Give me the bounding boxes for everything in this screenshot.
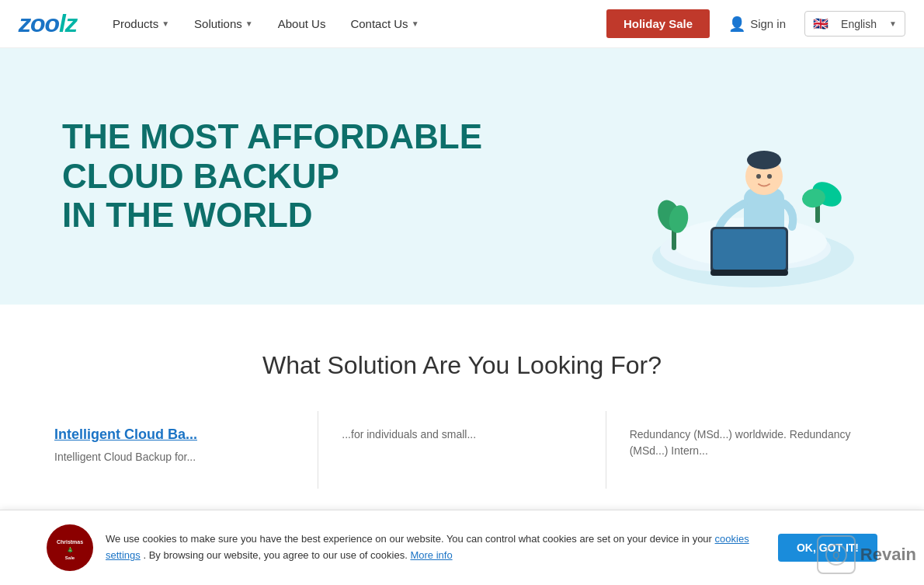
logo-text: zoo	[19, 9, 59, 37]
svg-point-17	[767, 174, 772, 179]
nav-about[interactable]: About Us	[267, 11, 337, 37]
svg-point-16	[756, 174, 761, 179]
cookie-text: We use cookies to make sure you have the…	[106, 531, 766, 564]
solution-col-1: Intelligent Cloud Ba... Intelligent Clou…	[31, 411, 318, 489]
revain-text: Revain	[860, 545, 916, 565]
holiday-sale-label: Holiday Sale	[624, 17, 693, 30]
svg-text:Christmas: Christmas	[57, 539, 83, 545]
solutions-title: What Solution Are You Looking For?	[31, 351, 893, 380]
language-selector[interactable]: 🇬🇧 English ▼	[804, 11, 905, 37]
products-chevron-icon: ▼	[162, 19, 169, 28]
cookie-middle-text: . By browsing our website, you agree to …	[143, 549, 407, 561]
nav-right: Holiday Sale 👤 Sign in 🇬🇧 English ▼	[606, 9, 905, 39]
solutions-chevron-icon: ▼	[245, 19, 253, 28]
lang-label: English	[841, 18, 877, 30]
revain-icon: Q	[817, 535, 856, 574]
nav-links: Products ▼ Solutions ▼ About Us Contact …	[102, 11, 606, 37]
nav-products[interactable]: Products ▼	[102, 11, 180, 37]
nav-solutions[interactable]: Solutions ▼	[183, 11, 264, 37]
more-info-link[interactable]: More info	[410, 549, 452, 561]
cookie-logo: Christmas 🎄 Sale	[47, 524, 93, 571]
nav-contact-label: Contact Us	[350, 17, 408, 30]
logo[interactable]: zoolz	[19, 9, 77, 38]
logo-text-accent: lz	[59, 9, 77, 37]
hero-line3: IN THE WORLD	[62, 196, 482, 235]
svg-rect-14	[713, 229, 786, 270]
hero-line1: THE MOST AFFORDABLE	[62, 117, 482, 157]
solution-col-2: ...for individuals and small...	[318, 411, 606, 489]
hero-section: THE MOST AFFORDABLE CLOUD BACKUP IN THE …	[0, 48, 924, 305]
revain-watermark: Q Revain	[817, 535, 916, 574]
svg-text:Q: Q	[832, 550, 839, 561]
nav-about-label: About Us	[278, 17, 326, 30]
solution-1-desc: Intelligent Cloud Backup for...	[54, 449, 294, 465]
signin-label: Sign in	[750, 17, 786, 30]
nav-products-label: Products	[113, 17, 158, 30]
lang-flag: 🇬🇧	[813, 16, 828, 31]
contact-chevron-icon: ▼	[412, 19, 419, 28]
cookie-banner: Christmas 🎄 Sale We use cookies to make …	[0, 510, 924, 585]
hero-headline: THE MOST AFFORDABLE CLOUD BACKUP IN THE …	[62, 117, 482, 235]
user-icon: 👤	[728, 16, 745, 33]
lang-chevron-icon: ▼	[889, 19, 897, 28]
navbar: zoolz Products ▼ Solutions ▼ About Us Co…	[0, 0, 924, 48]
signin-button[interactable]: 👤 Sign in	[719, 9, 795, 39]
svg-text:🎄: 🎄	[67, 546, 74, 553]
hero-line2: CLOUD BACKUP	[62, 157, 482, 197]
cookie-main-text: We use cookies to make sure you have the…	[106, 533, 712, 545]
svg-rect-15	[710, 270, 788, 276]
hero-text: THE MOST AFFORDABLE CLOUD BACKUP IN THE …	[62, 117, 482, 235]
svg-text:Sale: Sale	[65, 555, 75, 560]
solution-1-title[interactable]: Intelligent Cloud Ba...	[54, 427, 294, 443]
solution-col-3: Redundancy (MSd...) worldwide. Redundanc…	[606, 411, 893, 489]
nav-contact[interactable]: Contact Us ▼	[339, 11, 429, 37]
holiday-sale-button[interactable]: Holiday Sale	[606, 9, 710, 38]
solutions-section: What Solution Are You Looking For? Intel…	[0, 305, 924, 520]
svg-point-12	[747, 151, 781, 169]
hero-illustration	[629, 71, 877, 289]
solution-2-desc: ...for individuals and small...	[342, 427, 582, 443]
solution-3-desc: Redundancy (MSd...) worldwide. Redundanc…	[630, 427, 870, 459]
nav-solutions-label: Solutions	[194, 17, 242, 30]
solutions-grid: Intelligent Cloud Ba... Intelligent Clou…	[31, 411, 893, 489]
